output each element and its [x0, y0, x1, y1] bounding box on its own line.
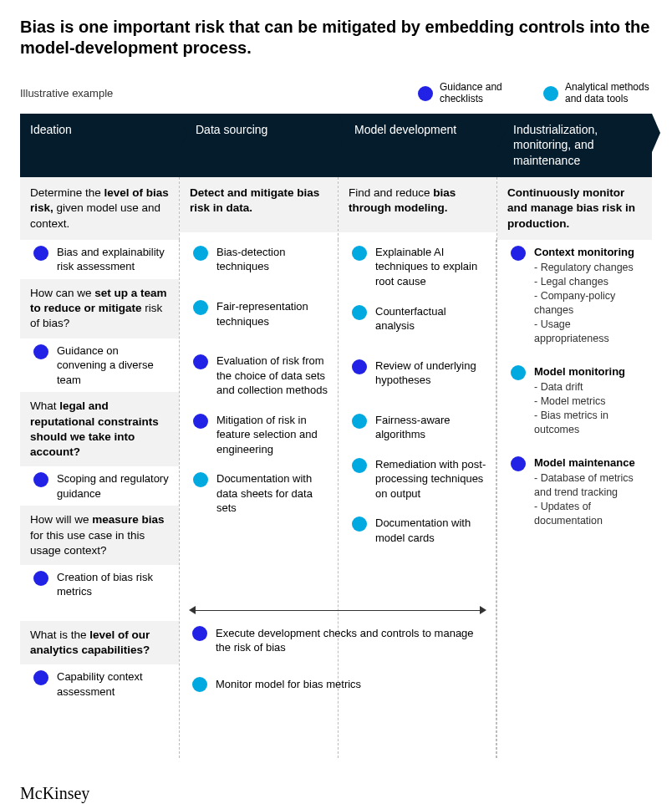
header-model-development: Model development [338, 114, 496, 178]
item-mitigation-feature: Mitigation of risk in feature selection … [180, 408, 338, 462]
q-measure-bias: How will we measure bias for this use ca… [20, 506, 179, 565]
legend-analytical: Analytical methods and data tools [543, 82, 652, 105]
item-fair-representation: Fair-representation techniques [180, 294, 338, 333]
spanned-execute-checks: Execute development checks and controls … [179, 621, 496, 660]
item-explainable-ai: Explainable AI techniques to explain roo… [339, 240, 496, 294]
dot-light-icon [352, 305, 367, 320]
dot-light-icon [193, 472, 208, 487]
item-counterfactual: Counterfactual analysis [339, 299, 496, 338]
dot-light-icon [193, 246, 208, 261]
dot-dark-icon [33, 571, 48, 586]
lead-ideation: Determine the level of bias risk, given … [20, 177, 179, 240]
dot-light-icon [511, 365, 526, 380]
item-context-monitoring: Context monitoring Regulatory changes Le… [497, 240, 652, 351]
dot-dark-icon [33, 246, 48, 261]
item-scoping-regulatory: Scoping and regulatory guid­ance [20, 466, 179, 506]
legend-guidance: Guidance and checklists [418, 82, 527, 105]
lead-row: Determine the level of bias risk, given … [20, 177, 652, 240]
lead-data-sourcing: Detect and mitigate bias risk in data. [180, 177, 338, 232]
item-bias-detection: Bias-detection techniques [180, 240, 338, 279]
header-data-sourcing: Data sourcing [179, 114, 338, 178]
dot-light-icon [193, 300, 208, 315]
header-ideation: Ideation [20, 114, 179, 178]
item-model-maintenance: Model maintenance Database of metrics an… [497, 450, 652, 533]
dot-dark-icon [511, 456, 526, 471]
mckinsey-logo: McKinsey& Company [20, 785, 652, 804]
dot-light-icon [352, 246, 367, 261]
col-ideation: Bias and explainability risk assessment … [20, 240, 179, 758]
dot-dark-icon [192, 626, 207, 641]
divider [496, 240, 496, 758]
dot-dark-icon [33, 670, 48, 685]
item-capability-assessment: Capability context assessment [20, 664, 179, 704]
dot-dark-icon [193, 414, 208, 429]
item-fairness-aware: Fairness-aware algorithms [339, 408, 496, 447]
lead-model-development: Find and reduce bias through modeling. [339, 177, 496, 232]
dot-dark-icon [33, 472, 48, 487]
double-arrow-icon [191, 604, 485, 618]
dot-light-icon [352, 516, 367, 532]
dot-dark-icon [33, 344, 48, 359]
spanned-monitor-model: Monitor model for bias metrics [179, 672, 496, 697]
item-diverse-team: Guidance on convening a diverse team [20, 338, 179, 393]
header-industrialization: Industrialization, monitoring, and maint… [496, 114, 652, 178]
item-evaluation-risk: Evaluation of risk from the choice of da… [180, 349, 338, 403]
item-bias-explainability: Bias and explainability risk assessment [20, 240, 179, 279]
item-model-cards: Documentation with model cards [339, 511, 496, 550]
dot-dark-icon [193, 354, 208, 369]
top-row: Illustrative example Guidance and checkl… [20, 82, 652, 105]
dot-light-icon [352, 414, 367, 429]
spanned-section: Execute development checks and controls … [179, 599, 496, 697]
dot-dark-icon [352, 359, 367, 374]
legend: Guidance and checklists Analytical metho… [418, 82, 652, 105]
illustrative-label: Illustrative example [20, 86, 418, 101]
dot-light-icon [352, 458, 367, 473]
column-headers: Ideation Data sourcing Model development… [20, 114, 652, 178]
item-documentation-datasheets: Documentation with data sheets for data … [180, 466, 338, 521]
dot-light-icon [543, 86, 558, 101]
item-model-monitoring: Model monitoring Data drift Model metric… [497, 359, 652, 442]
dot-light-icon [192, 677, 207, 692]
item-bias-risk-metrics: Creation of bias risk metrics [20, 565, 179, 604]
legend-guidance-label: Guidance and checklists [440, 82, 527, 105]
page-title: Bias is one important risk that can be m… [20, 17, 652, 59]
item-review-hypotheses: Review of underlying hypotheses [339, 354, 496, 393]
dot-dark-icon [511, 246, 526, 261]
legend-analytical-label: Analytical methods and data tools [565, 82, 652, 105]
col-industrialization: Context monitoring Regulatory changes Le… [496, 240, 652, 758]
q-analytics-capabilities: What is the level of our analytics capab… [20, 621, 179, 664]
q-setup-team: How can we set up a team to reduce or mi… [20, 279, 179, 338]
q-legal-reputational: What legal and reputational constraints … [20, 392, 179, 466]
lead-industrialization: Continuously monitor and manage bias ris… [497, 177, 652, 240]
dot-dark-icon [418, 86, 433, 101]
item-remediation: Remediation with post-processing techniq… [339, 452, 496, 506]
